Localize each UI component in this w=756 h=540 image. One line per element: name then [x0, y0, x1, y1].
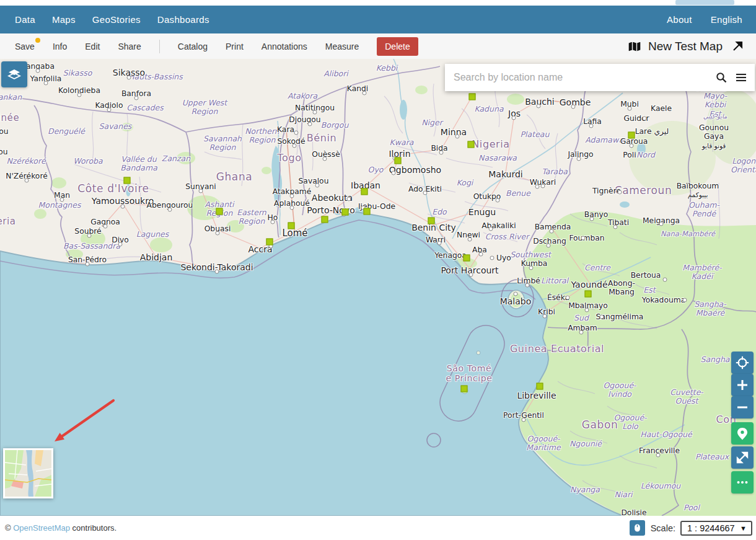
map-feature-marker [342, 209, 349, 216]
map-feature-marker [461, 386, 468, 392]
nav-item-about[interactable]: About [667, 14, 692, 25]
city-dot [315, 184, 320, 188]
map-feature-marker [464, 255, 470, 262]
zoom-out-button[interactable] [731, 396, 754, 418]
city-dot [87, 234, 92, 238]
city-dot [600, 315, 604, 319]
toolbar-items: SaveInfoEditShareCatalogPrintAnnotations… [0, 37, 418, 56]
city-dot [437, 241, 442, 246]
city-dot [489, 227, 493, 231]
plus-icon [735, 378, 750, 392]
city-dot [577, 157, 581, 161]
city-dot [215, 270, 219, 274]
toolbar-info-button[interactable]: Info [53, 42, 67, 51]
map-feature-marker [216, 208, 223, 215]
city-dot [522, 418, 526, 422]
city-dot [439, 151, 444, 155]
city-dot [589, 124, 594, 128]
search-icon[interactable] [711, 68, 731, 87]
city-dot [659, 222, 664, 226]
city-dot [77, 93, 82, 97]
map-feature-marker [364, 208, 371, 215]
city-dot [313, 110, 317, 115]
city-dot [347, 197, 351, 201]
map-title-text: New Test Map [648, 40, 723, 53]
city-dot [103, 224, 108, 229]
city-dot [294, 131, 299, 135]
map-toolbar: SaveInfoEditShareCatalogPrintAnnotations… [0, 33, 756, 59]
city-dot [590, 217, 594, 221]
city-dot [663, 278, 667, 282]
zoom-to-extent-button[interactable] [731, 352, 754, 374]
city-dot [643, 117, 647, 121]
nav-item-maps[interactable]: Maps [52, 14, 76, 25]
burger-menu-icon[interactable] [731, 68, 755, 87]
city-dot [121, 205, 125, 209]
more-tools-button[interactable] [731, 471, 754, 494]
zoom-in-button[interactable] [731, 374, 754, 396]
city-dot [216, 231, 220, 236]
city-dot [86, 262, 90, 267]
toolbar-edit-button[interactable]: Edit [85, 42, 100, 51]
toolbar-print-button[interactable]: Print [226, 42, 244, 51]
toolbar-catalog-button[interactable]: Catalog [178, 42, 208, 51]
city-dot [423, 191, 428, 195]
nav-item-data[interactable]: Data [15, 14, 35, 25]
city-dot [134, 96, 139, 100]
scale-select[interactable]: 1 : 9244667 [680, 521, 752, 536]
map-feature-marker [395, 157, 402, 164]
crosshair-icon [735, 355, 750, 371]
city-dot [535, 185, 540, 189]
scale-label: Scale: [651, 523, 675, 533]
attribution-suffix: contributors. [70, 523, 116, 533]
city-dot [541, 184, 545, 188]
city-dot [469, 273, 473, 277]
unsaved-changes-badge [35, 38, 40, 43]
toolbar-measure-button[interactable]: Measure [325, 42, 359, 51]
city-dot [683, 298, 687, 303]
location-search-bar [445, 64, 755, 91]
nav-item-english[interactable]: English [711, 14, 742, 25]
layers-button[interactable] [1, 61, 27, 87]
city-dot [628, 107, 632, 111]
pointer-position-button[interactable] [630, 520, 645, 536]
map-feature-marker [469, 94, 476, 100]
city-dot [571, 105, 576, 109]
city-dot [529, 266, 534, 270]
toolbar-delete-button[interactable]: Delete [377, 37, 418, 56]
city-dot [468, 237, 472, 242]
city-dot [60, 198, 64, 202]
nav-item-dashboards[interactable]: Dashboards [157, 14, 209, 25]
city-dot [630, 144, 634, 148]
map-zoom-controls [731, 352, 754, 494]
map-feature-marker [322, 216, 328, 223]
city-dot [363, 91, 367, 95]
nav-item-geostories[interactable]: GeoStories [92, 14, 141, 25]
toolbar-save-button[interactable]: Save [15, 42, 35, 51]
browser-artifact-strip [675, 0, 734, 5]
external-arrow-icon[interactable] [730, 39, 745, 54]
city-dot [585, 308, 589, 312]
city-dot [271, 220, 275, 224]
map-viewport[interactable]: Côte d'IvoireGhanaTogoBéninNigeriaCamero… [0, 59, 756, 516]
map-icon [626, 39, 643, 54]
map-tiles [0, 59, 756, 516]
city-dot [323, 157, 327, 161]
city-dot [36, 69, 40, 73]
city-dot [479, 252, 483, 257]
city-dot [199, 189, 203, 193]
city-dot [550, 229, 554, 234]
locate-button[interactable] [731, 422, 754, 445]
map-feature-marker [468, 141, 475, 148]
toolbar-share-button[interactable]: Share [118, 42, 141, 51]
openstreetmap-link[interactable]: OpenStreetMap [13, 523, 70, 533]
search-input[interactable] [445, 72, 711, 83]
fullscreen-button[interactable] [731, 446, 754, 469]
city-dot [455, 135, 460, 139]
map-feature-marker [428, 218, 435, 224]
city-dot [656, 453, 661, 458]
toolbar-annotations-button[interactable]: Annotations [262, 42, 307, 51]
city-dot [118, 242, 123, 247]
map-feature-marker [361, 188, 368, 195]
city-dot [490, 256, 494, 260]
